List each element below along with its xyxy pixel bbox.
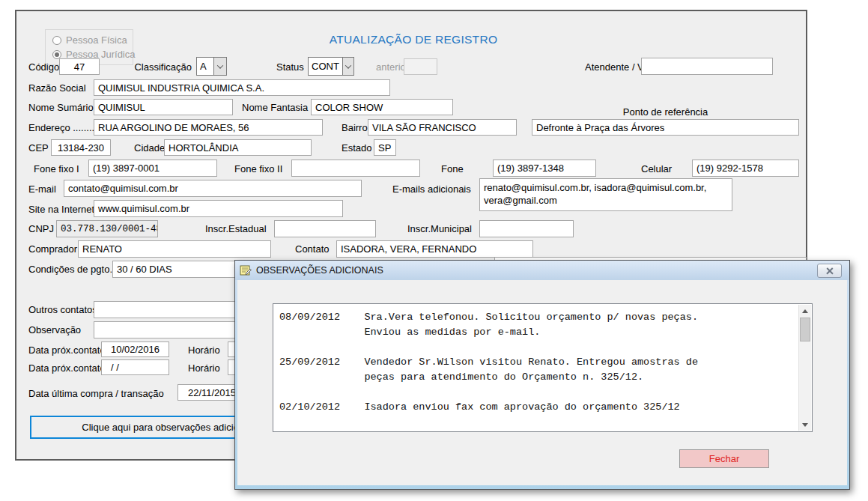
bairro-field[interactable]: VILA SÃO FRANCISCO [368, 119, 517, 136]
email-field[interactable]: contato@quimisul.com.br [64, 180, 362, 197]
scrollbar-thumb[interactable] [800, 318, 810, 341]
status-select[interactable]: CONT [308, 57, 354, 76]
inscr-estadual-label: Inscr.Estadual [205, 223, 267, 235]
anterior-field [404, 58, 437, 75]
cep-label: CEP [28, 142, 49, 154]
estado-label: Estado [342, 142, 371, 154]
data-prox-contato-1-field[interactable]: 10/02/2016 [101, 341, 169, 357]
atendente-field[interactable] [641, 58, 773, 75]
page-title: ATUALIZAÇÃO DE REGISTRO [286, 33, 541, 46]
nome-fantasia-label: Nome Fantasia [242, 102, 308, 114]
fone-label: Fone [441, 163, 464, 175]
fone-fixo-1-field[interactable]: (19) 3897-0001 [88, 160, 217, 177]
observacao-label: Observação [28, 324, 81, 336]
bairro-label: Bairro [342, 122, 368, 134]
nome-sumario-label: Nome Sumário [28, 102, 94, 114]
observations-text: 08/09/2012 Sra.Vera telefonou. Solicitou… [279, 310, 794, 415]
fone-fixo-1-label: Fone fixo I [34, 163, 79, 175]
horario-2-label: Horário [188, 362, 220, 374]
observacoes-dialog: OBSERVAÇÕES ADICIONAIS 08/09/2012 Sra.Ve… [234, 260, 850, 490]
estado-field[interactable]: SP [374, 139, 396, 156]
endereco-field[interactable]: RUA ARGOLINO DE MORAES, 56 [94, 119, 323, 136]
close-icon[interactable] [817, 264, 842, 278]
note-form-icon [240, 264, 252, 276]
screen: ATUALIZAÇÃO DE REGISTRO Pessoa Física Pe… [0, 0, 868, 501]
endereco-label: Endereço ......... [28, 122, 97, 134]
observations-textarea[interactable]: 08/09/2012 Sra.Vera telefonou. Solicitou… [273, 303, 813, 432]
data-prox-contato-2-label: Data próx.contato [28, 362, 106, 374]
fone-field[interactable]: (19) 3897-1348 [493, 160, 596, 177]
outros-contatos-label: Outros contatos [28, 304, 97, 316]
contato-field[interactable]: ISADORA, VERA, FERNANDO [336, 240, 533, 258]
nome-sumario-field[interactable]: QUIMISUL [94, 99, 233, 115]
cnpj-label: CNPJ [28, 223, 54, 235]
ponto-referencia-field[interactable]: Defronte à Praça das Árvores [532, 119, 799, 136]
data-ultima-compra-label: Data última compra / transação [28, 388, 164, 400]
comprador-label: Comprador [28, 243, 77, 255]
emails-adicionais-label: E-mails adicionais [392, 183, 471, 195]
inscr-estadual-field[interactable] [274, 220, 376, 237]
contato-label: Contato [295, 243, 330, 255]
cidade-label: Cidade [134, 142, 165, 154]
fone-fixo-2-field[interactable] [291, 160, 420, 177]
classificacao-label: Classificação [129, 61, 192, 73]
site-field[interactable]: www.quimisul.com.br [94, 200, 343, 217]
inscr-municipal-label: Inscr.Municipal [407, 223, 472, 235]
inscr-municipal-field[interactable] [479, 220, 574, 237]
scroll-down-icon[interactable] [799, 419, 811, 431]
fechar-button[interactable]: Fechar [679, 449, 769, 468]
scrollbar[interactable] [798, 305, 811, 431]
data-prox-contato-1-label: Data próx.contato [28, 344, 106, 356]
dialog-body: 08/09/2012 Sra.Vera telefonou. Solicitou… [237, 280, 847, 485]
cnpj-field: 03.778.130/0001-48 [56, 220, 158, 237]
dialog-titlebar[interactable]: OBSERVAÇÕES ADICIONAIS [235, 261, 849, 280]
dialog-title: OBSERVAÇÕES ADICIONAIS [256, 265, 383, 276]
ponto-referencia-label: Ponto de referência [532, 106, 799, 118]
cidade-field[interactable]: HORTOLÂNDIA [164, 139, 312, 156]
nome-fantasia-field[interactable]: COLOR SHOW [311, 99, 453, 115]
celular-label: Celular [641, 163, 672, 175]
classificacao-select[interactable]: A [196, 57, 227, 76]
cep-field[interactable]: 13184-230 [51, 139, 111, 156]
codigo-field[interactable]: 47 [59, 58, 100, 75]
scroll-up-icon[interactable] [799, 305, 811, 317]
pessoa-fisica-radio[interactable] [52, 36, 61, 45]
horario-1-label: Horário [188, 344, 220, 356]
codigo-label: Código [28, 61, 59, 73]
chevron-down-icon[interactable] [213, 58, 226, 75]
comprador-field[interactable]: RENATO [78, 240, 271, 258]
fone-fixo-2-label: Fone fixo II [234, 163, 282, 175]
emails-adicionais-field[interactable]: renato@quimisul.com.br, isadora@quimisul… [479, 178, 732, 211]
celular-field[interactable]: (19) 9292-1578 [692, 160, 799, 177]
status-label: Status [276, 61, 304, 73]
razao-social-label: Razão Social [28, 82, 86, 94]
email-label: E-mail [28, 183, 56, 195]
condicoes-pgto-label: Condições de pgto. [28, 264, 112, 276]
status-value: CONT [309, 58, 342, 75]
chevron-down-icon[interactable] [342, 58, 353, 75]
classificacao-value: A [197, 58, 213, 75]
pessoa-fisica-label: Pessoa Física [66, 34, 127, 46]
data-prox-contato-2-field[interactable]: / / [101, 359, 169, 375]
site-label: Site na Internet [28, 204, 94, 216]
razao-social-field[interactable]: QUIMISUL INDUSTRIA QUIMICA S.A. [94, 79, 390, 96]
